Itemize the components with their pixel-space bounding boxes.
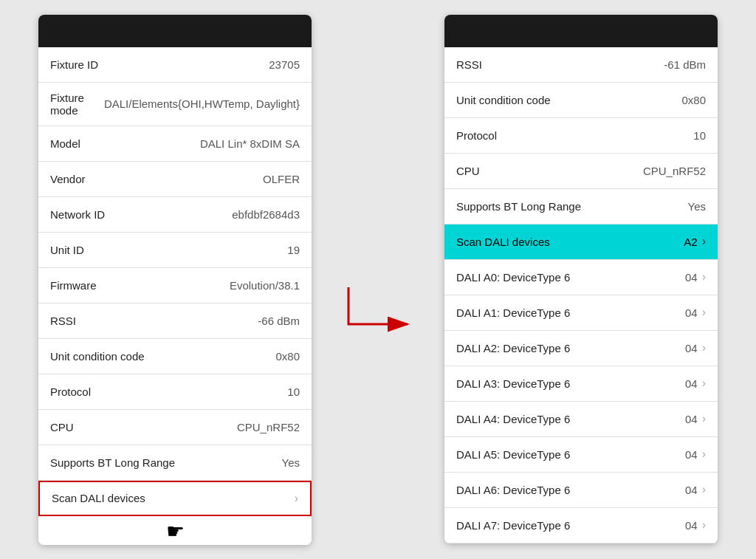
row-label: Unit condition code — [50, 350, 269, 363]
chevron-icon: › — [702, 306, 706, 319]
row-value: 04 — [685, 413, 698, 425]
row-value: Evolution/38.1 — [230, 279, 300, 292]
row-value: 0x80 — [275, 350, 300, 363]
row-value: OLFER — [263, 173, 300, 185]
row-label: Scan DALI devices — [52, 492, 290, 504]
chevron-icon: › — [702, 483, 706, 496]
left-list: Fixture ID23705Fixture modeDALI/Elements… — [38, 47, 312, 545]
row-label: RSSI — [456, 58, 658, 71]
left-phone-panel: Fixture ID23705Fixture modeDALI/Elements… — [38, 15, 312, 545]
row-label: DALI A6: DeviceType 6 — [456, 484, 679, 496]
row-label: DALI A0: DeviceType 6 — [456, 271, 679, 284]
right-row-13[interactable]: DALI A7: DeviceType 604› — [444, 508, 718, 543]
row-label: Vendor — [50, 173, 257, 185]
row-label: Unit ID — [50, 244, 281, 256]
row-value: 04 — [685, 306, 698, 319]
row-label: RSSI — [50, 315, 252, 327]
scan-dali-row-left[interactable]: Scan DALI devices› — [38, 481, 312, 516]
row-label: Network ID — [50, 208, 226, 221]
row-label: DALI A3: DeviceType 6 — [456, 377, 679, 390]
row-value: -61 dBm — [664, 58, 706, 71]
right-row-3: CPUCPU_nRF52 — [444, 154, 718, 189]
right-row-12[interactable]: DALI A6: DeviceType 604› — [444, 473, 718, 508]
row-value: 23705 — [269, 58, 300, 71]
left-row-3: VendorOLFER — [38, 162, 312, 197]
left-row-7: RSSI-66 dBm — [38, 303, 312, 339]
row-label: DALI A4: DeviceType 6 — [456, 413, 679, 425]
left-row-2: ModelDALI Lin* 8xDIM SA — [38, 126, 312, 162]
row-label: CPU — [50, 421, 231, 433]
left-row-6: FirmwareEvolution/38.1 — [38, 268, 312, 303]
row-value: CPU_nRF52 — [643, 165, 706, 177]
row-value: 04 — [685, 448, 698, 461]
chevron-icon: › — [702, 447, 706, 461]
row-value: 04 — [685, 519, 698, 532]
right-row-10[interactable]: DALI A4: DeviceType 604› — [444, 402, 718, 437]
row-label: DALI A5: DeviceType 6 — [456, 448, 679, 461]
left-row-11: Supports BT Long RangeYes — [38, 445, 312, 481]
left-row-1: Fixture modeDALI/Elements{OHI,HWTemp, Da… — [38, 83, 312, 126]
annotation-arrow — [341, 280, 415, 339]
right-row-4: Supports BT Long RangeYes — [444, 189, 718, 224]
chevron-icon: › — [295, 492, 298, 505]
right-row-0: RSSI-61 dBm — [444, 47, 718, 83]
right-row-6[interactable]: DALI A0: DeviceType 604› — [444, 260, 718, 295]
left-row-10: CPUCPU_nRF52 — [38, 410, 312, 445]
row-label: DALI A2: DeviceType 6 — [456, 342, 679, 354]
row-value: 10 — [693, 129, 706, 142]
chevron-icon: › — [702, 270, 706, 284]
row-label: Protocol — [50, 385, 281, 398]
row-label: Scan DALI devices — [456, 236, 678, 248]
right-phone-panel: RSSI-61 dBmUnit condition code0x80Protoc… — [444, 15, 718, 543]
chevron-icon: › — [702, 377, 706, 390]
chevron-icon: › — [702, 518, 706, 532]
row-value: 0x80 — [681, 94, 706, 106]
right-list: RSSI-61 dBmUnit condition code0x80Protoc… — [444, 47, 718, 543]
row-value: -66 dBm — [258, 315, 300, 327]
row-value: 04 — [685, 484, 698, 496]
row-label: Protocol — [456, 129, 687, 142]
row-label: DALI A1: DeviceType 6 — [456, 306, 679, 319]
right-row-8[interactable]: DALI A2: DeviceType 604› — [444, 331, 718, 366]
row-label: DALI A7: DeviceType 6 — [456, 519, 679, 532]
left-row-4: Network IDebfdbf2684d3 — [38, 197, 312, 233]
row-label: Supports BT Long Range — [50, 456, 276, 469]
right-row-1: Unit condition code0x80 — [444, 83, 718, 118]
row-value: Yes — [688, 200, 706, 213]
row-value: DALI/Elements{OHI,HWTemp, Daylight} — [104, 97, 300, 110]
row-label: Model — [50, 137, 194, 150]
right-row-7[interactable]: DALI A1: DeviceType 604› — [444, 295, 718, 331]
row-label: Firmware — [50, 279, 224, 292]
row-label: CPU — [456, 165, 637, 177]
left-row-0: Fixture ID23705 — [38, 47, 312, 83]
chevron-icon: › — [702, 412, 706, 425]
row-value: A2 — [684, 236, 697, 248]
row-value: DALI Lin* 8xDIM SA — [200, 137, 300, 150]
row-label: Fixture mode — [50, 92, 98, 117]
row-label: Unit condition code — [456, 94, 676, 106]
hand-cursor-icon: ☛ — [38, 516, 312, 545]
left-row-8: Unit condition code0x80 — [38, 339, 312, 374]
chevron-icon: › — [702, 341, 706, 354]
left-row-5: Unit ID19 — [38, 233, 312, 268]
row-value: 10 — [287, 385, 300, 398]
row-value: 04 — [685, 342, 698, 354]
left-row-9: Protocol10 — [38, 374, 312, 410]
row-value: 04 — [685, 377, 698, 390]
left-nav-bar — [38, 15, 312, 47]
right-nav-bar — [444, 15, 718, 47]
chevron-icon: › — [702, 235, 706, 248]
right-row-2: Protocol10 — [444, 118, 718, 154]
row-value: ebfdbf2684d3 — [232, 208, 300, 221]
row-value: Yes — [282, 456, 300, 469]
row-label: Fixture ID — [50, 58, 263, 71]
row-value: CPU_nRF52 — [237, 421, 300, 433]
row-label: Supports BT Long Range — [456, 200, 682, 213]
right-row-11[interactable]: DALI A5: DeviceType 604› — [444, 437, 718, 473]
row-value: 04 — [685, 271, 698, 284]
right-row-9[interactable]: DALI A3: DeviceType 604› — [444, 366, 718, 402]
row-value: 19 — [287, 244, 300, 256]
scan-dali-row-right[interactable]: Scan DALI devicesA2› — [444, 224, 718, 260]
